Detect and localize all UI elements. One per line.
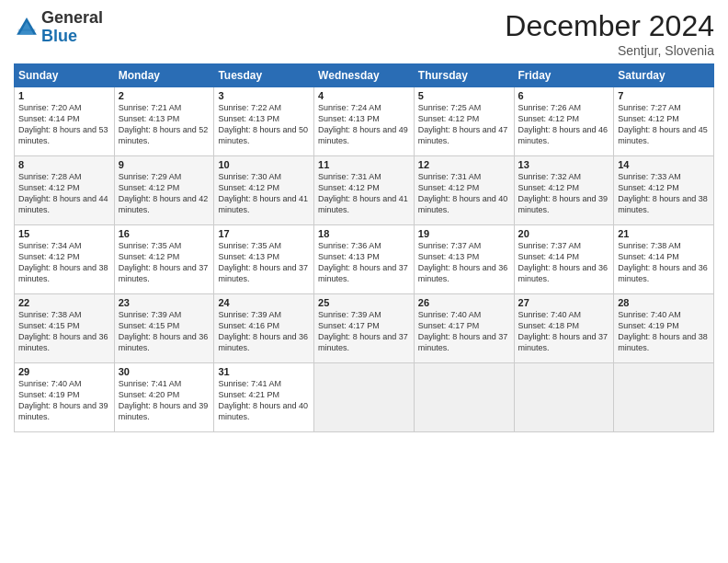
day-number: 22 — [18, 297, 110, 308]
day-cell: 19 Sunrise: 7:37 AM Sunset: 4:13 PM Dayl… — [414, 225, 514, 294]
day-info: Sunrise: 7:35 AM Sunset: 4:13 PM Dayligh… — [218, 240, 310, 285]
day-number: 23 — [119, 297, 210, 308]
location: Sentjur, Slovenia — [505, 43, 714, 58]
day-info: Sunrise: 7:41 AM Sunset: 4:21 PM Dayligh… — [218, 378, 310, 423]
logo: General Blue — [14, 9, 103, 46]
day-number: 29 — [18, 366, 110, 377]
day-header-friday: Friday — [514, 64, 614, 87]
week-row-4: 22 Sunrise: 7:38 AM Sunset: 4:15 PM Dayl… — [15, 294, 714, 363]
day-cell: 17 Sunrise: 7:35 AM Sunset: 4:13 PM Dayl… — [214, 225, 314, 294]
day-cell: 23 Sunrise: 7:39 AM Sunset: 4:15 PM Dayl… — [114, 294, 214, 363]
day-number: 3 — [218, 90, 310, 101]
day-number: 9 — [119, 159, 210, 170]
day-number: 19 — [418, 228, 510, 239]
day-number: 11 — [318, 159, 410, 170]
day-info: Sunrise: 7:36 AM Sunset: 4:13 PM Dayligh… — [318, 240, 410, 285]
day-cell: 14 Sunrise: 7:33 AM Sunset: 4:12 PM Dayl… — [614, 156, 714, 225]
day-cell: 16 Sunrise: 7:35 AM Sunset: 4:12 PM Dayl… — [114, 225, 214, 294]
day-info: Sunrise: 7:38 AM Sunset: 4:15 PM Dayligh… — [18, 309, 110, 354]
day-info: Sunrise: 7:39 AM Sunset: 4:17 PM Dayligh… — [318, 309, 410, 354]
day-cell: 21 Sunrise: 7:38 AM Sunset: 4:14 PM Dayl… — [614, 225, 714, 294]
day-info: Sunrise: 7:28 AM Sunset: 4:12 PM Dayligh… — [18, 171, 110, 216]
day-number: 10 — [218, 159, 310, 170]
day-cell: 4 Sunrise: 7:24 AM Sunset: 4:13 PM Dayli… — [314, 87, 415, 156]
day-info: Sunrise: 7:25 AM Sunset: 4:12 PM Dayligh… — [418, 102, 510, 147]
day-number: 4 — [318, 90, 410, 101]
day-info: Sunrise: 7:31 AM Sunset: 4:12 PM Dayligh… — [318, 171, 410, 216]
day-number: 2 — [119, 90, 210, 101]
week-row-5: 29 Sunrise: 7:40 AM Sunset: 4:19 PM Dayl… — [15, 363, 714, 432]
day-info: Sunrise: 7:32 AM Sunset: 4:12 PM Dayligh… — [518, 171, 610, 216]
day-info: Sunrise: 7:34 AM Sunset: 4:12 PM Dayligh… — [18, 240, 110, 285]
day-number: 12 — [418, 159, 510, 170]
week-row-2: 8 Sunrise: 7:28 AM Sunset: 4:12 PM Dayli… — [15, 156, 714, 225]
day-cell: 28 Sunrise: 7:40 AM Sunset: 4:19 PM Dayl… — [614, 294, 714, 363]
logo-general: General — [41, 9, 103, 28]
day-header-sunday: Sunday — [15, 64, 115, 87]
day-info: Sunrise: 7:27 AM Sunset: 4:12 PM Dayligh… — [618, 102, 710, 147]
day-number: 26 — [418, 297, 510, 308]
day-number: 6 — [518, 90, 610, 101]
day-header-saturday: Saturday — [614, 64, 714, 87]
day-info: Sunrise: 7:39 AM Sunset: 4:16 PM Dayligh… — [218, 309, 310, 354]
month-title: December 2024 — [505, 9, 714, 43]
day-cell — [414, 363, 514, 432]
week-row-3: 15 Sunrise: 7:34 AM Sunset: 4:12 PM Dayl… — [15, 225, 714, 294]
day-number: 20 — [518, 228, 610, 239]
day-header-monday: Monday — [114, 64, 214, 87]
day-cell: 18 Sunrise: 7:36 AM Sunset: 4:13 PM Dayl… — [314, 225, 415, 294]
day-info: Sunrise: 7:40 AM Sunset: 4:17 PM Dayligh… — [418, 309, 510, 354]
day-cell — [314, 363, 415, 432]
day-number: 14 — [618, 159, 710, 170]
calendar-table: SundayMondayTuesdayWednesdayThursdayFrid… — [14, 63, 714, 432]
day-info: Sunrise: 7:21 AM Sunset: 4:13 PM Dayligh… — [119, 102, 210, 147]
day-number: 8 — [18, 159, 110, 170]
day-cell: 9 Sunrise: 7:29 AM Sunset: 4:12 PM Dayli… — [114, 156, 214, 225]
day-info: Sunrise: 7:40 AM Sunset: 4:19 PM Dayligh… — [618, 309, 710, 354]
day-cell: 31 Sunrise: 7:41 AM Sunset: 4:21 PM Dayl… — [214, 363, 314, 432]
day-number: 13 — [518, 159, 610, 170]
day-header-thursday: Thursday — [414, 64, 514, 87]
day-info: Sunrise: 7:30 AM Sunset: 4:12 PM Dayligh… — [218, 171, 310, 216]
day-number: 18 — [318, 228, 410, 239]
day-info: Sunrise: 7:29 AM Sunset: 4:12 PM Dayligh… — [119, 171, 210, 216]
day-info: Sunrise: 7:33 AM Sunset: 4:12 PM Dayligh… — [618, 171, 710, 216]
day-cell: 22 Sunrise: 7:38 AM Sunset: 4:15 PM Dayl… — [15, 294, 115, 363]
day-info: Sunrise: 7:38 AM Sunset: 4:14 PM Dayligh… — [618, 240, 710, 285]
day-cell: 2 Sunrise: 7:21 AM Sunset: 4:13 PM Dayli… — [114, 87, 214, 156]
day-number: 27 — [518, 297, 610, 308]
day-info: Sunrise: 7:22 AM Sunset: 4:13 PM Dayligh… — [218, 102, 310, 147]
day-info: Sunrise: 7:26 AM Sunset: 4:12 PM Dayligh… — [518, 102, 610, 147]
day-cell: 1 Sunrise: 7:20 AM Sunset: 4:14 PM Dayli… — [15, 87, 115, 156]
svg-rect-2 — [18, 29, 36, 30]
day-cell: 12 Sunrise: 7:31 AM Sunset: 4:12 PM Dayl… — [414, 156, 514, 225]
day-cell: 13 Sunrise: 7:32 AM Sunset: 4:12 PM Dayl… — [514, 156, 614, 225]
day-cell: 26 Sunrise: 7:40 AM Sunset: 4:17 PM Dayl… — [414, 294, 514, 363]
day-cell: 5 Sunrise: 7:25 AM Sunset: 4:12 PM Dayli… — [414, 87, 514, 156]
day-info: Sunrise: 7:35 AM Sunset: 4:12 PM Dayligh… — [119, 240, 210, 285]
day-info: Sunrise: 7:41 AM Sunset: 4:20 PM Dayligh… — [119, 378, 210, 423]
day-number: 15 — [18, 228, 110, 239]
day-number: 5 — [418, 90, 510, 101]
day-number: 21 — [618, 228, 710, 239]
day-number: 16 — [119, 228, 210, 239]
logo-icon — [14, 15, 40, 40]
day-info: Sunrise: 7:20 AM Sunset: 4:14 PM Dayligh… — [18, 102, 110, 147]
day-number: 1 — [18, 90, 110, 101]
day-info: Sunrise: 7:39 AM Sunset: 4:15 PM Dayligh… — [119, 309, 210, 354]
day-cell — [614, 363, 714, 432]
logo-text: General Blue — [41, 9, 103, 46]
day-info: Sunrise: 7:37 AM Sunset: 4:14 PM Dayligh… — [518, 240, 610, 285]
day-cell: 6 Sunrise: 7:26 AM Sunset: 4:12 PM Dayli… — [514, 87, 614, 156]
day-number: 24 — [218, 297, 310, 308]
day-cell: 11 Sunrise: 7:31 AM Sunset: 4:12 PM Dayl… — [314, 156, 415, 225]
day-number: 17 — [218, 228, 310, 239]
day-number: 31 — [218, 366, 310, 377]
title-section: December 2024 Sentjur, Slovenia — [505, 9, 714, 58]
day-cell: 30 Sunrise: 7:41 AM Sunset: 4:20 PM Dayl… — [114, 363, 214, 432]
day-number: 30 — [119, 366, 210, 377]
day-info: Sunrise: 7:24 AM Sunset: 4:13 PM Dayligh… — [318, 102, 410, 147]
day-number: 25 — [318, 297, 410, 308]
day-info: Sunrise: 7:40 AM Sunset: 4:18 PM Dayligh… — [518, 309, 610, 354]
day-cell: 25 Sunrise: 7:39 AM Sunset: 4:17 PM Dayl… — [314, 294, 415, 363]
